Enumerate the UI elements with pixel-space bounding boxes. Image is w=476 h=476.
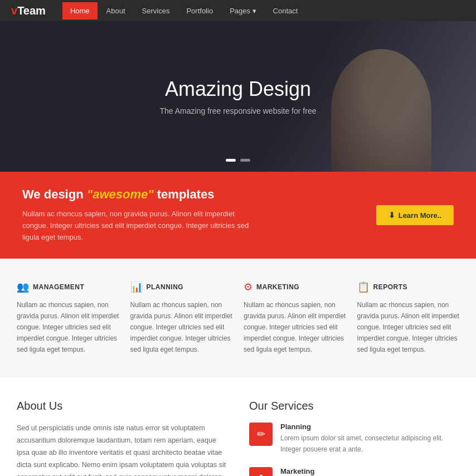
- marketing-icon: ⚙: [244, 281, 252, 293]
- feature-reports-header: 📋 Reports: [357, 281, 460, 293]
- planning-title: Planning: [147, 283, 184, 291]
- nav-item-services[interactable]: Services: [134, 2, 178, 20]
- nav-item-about[interactable]: About: [99, 2, 133, 20]
- about-title: About Us: [17, 400, 227, 412]
- red-band-headline: We design "awesome" templates: [22, 187, 360, 202]
- learn-more-label: Learn More..: [399, 211, 441, 220]
- headline-suffix: templates: [154, 187, 215, 201]
- hero-content: Amazing Design The Amazing free responsi…: [160, 77, 317, 115]
- services-section: Our Services ✏ Planning Lorem ipsum dolo…: [249, 400, 459, 476]
- marketing-service-icon: ⬇: [257, 473, 265, 476]
- feature-management: 👥 Management Nullam ac rhoncus sapien, n…: [17, 281, 119, 355]
- brand-name: Team: [17, 4, 46, 17]
- headline-prefix: We design: [22, 187, 87, 201]
- feature-management-header: 👥 Management: [17, 281, 119, 293]
- nav-item-home[interactable]: Home: [62, 2, 98, 20]
- planning-service-content: Planning Lorem ipsum dolor sit amet, con…: [280, 422, 459, 454]
- red-band-body: Nullam ac rhoncus saplen, non gravida pu…: [22, 208, 256, 243]
- headline-quoted: "awesome": [87, 187, 154, 201]
- nav-item-pages[interactable]: Pages ▾: [222, 2, 264, 20]
- marketing-title: Marketing: [256, 283, 299, 291]
- hero-section: Amazing Design The Amazing free responsi…: [0, 21, 476, 172]
- brand-logo: vTeam: [11, 4, 46, 17]
- brand-v: v: [11, 4, 17, 17]
- planning-service-icon-box: ✏: [249, 422, 273, 446]
- nav-link-contact[interactable]: Contact: [265, 2, 306, 20]
- marketing-service-content: Marketing Lorem ipsum dolor sit amet, co…: [280, 467, 459, 476]
- nav-link-pages[interactable]: Pages ▾: [222, 2, 264, 20]
- reports-body: Nullam ac rhoncus sapien, non gravida pu…: [357, 300, 460, 355]
- nav-link-about[interactable]: About: [99, 2, 133, 20]
- nav-link-services[interactable]: Services: [134, 2, 178, 20]
- planning-icon: 📊: [130, 281, 143, 293]
- about-section: About Us Sed ut perspiciatis unde omnis …: [17, 400, 227, 476]
- reports-icon: 📋: [357, 281, 370, 293]
- features-section: 👥 Management Nullam ac rhoncus sapien, n…: [0, 259, 476, 377]
- hero-dot-1[interactable]: [226, 159, 236, 162]
- reports-title: Reports: [373, 283, 408, 291]
- planning-body: Nullam ac rhoncus sapien, non gravida pu…: [130, 300, 233, 355]
- hero-dots: [226, 159, 250, 162]
- feature-planning-header: 📊 Planning: [130, 281, 233, 293]
- navbar: vTeam Home About Services Portfolio Page…: [0, 0, 476, 21]
- management-title: Management: [33, 283, 84, 291]
- nav-item-contact[interactable]: Contact: [265, 2, 306, 20]
- planning-service-icon: ✏: [257, 428, 265, 440]
- hero-face-image: [331, 49, 431, 172]
- management-icon: 👥: [17, 281, 29, 293]
- marketing-service-icon-box: ⬇: [249, 467, 273, 476]
- nav-link-portfolio[interactable]: Portfolio: [178, 2, 221, 20]
- about-body: Sed ut perspiciatis unde omnis iste natu…: [17, 422, 227, 476]
- hero-title: Amazing Design: [160, 77, 317, 101]
- hero-dot-2[interactable]: [240, 159, 250, 162]
- feature-reports: 📋 Reports Nullam ac rhoncus sapien, non …: [357, 281, 460, 355]
- marketing-service-name: Marketing: [280, 467, 459, 475]
- download-icon: ⬇: [388, 211, 395, 220]
- feature-planning: 📊 Planning Nullam ac rhoncus sapien, non…: [130, 281, 233, 355]
- planning-service-desc: Lorem ipsum dolor sit amet, consectetur …: [280, 433, 459, 454]
- service-planning: ✏ Planning Lorem ipsum dolor sit amet, c…: [249, 422, 459, 454]
- learn-more-button[interactable]: ⬇ Learn More..: [376, 205, 454, 225]
- management-body: Nullam ac rhoncus sapien, non gravida pu…: [17, 300, 119, 355]
- about-services-section: About Us Sed ut perspiciatis unde omnis …: [0, 377, 476, 476]
- hero-subtitle: The Amazing free responsive website for …: [160, 106, 317, 115]
- planning-service-name: Planning: [280, 422, 459, 431]
- services-title: Our Services: [249, 400, 459, 412]
- nav-link-home[interactable]: Home: [62, 2, 98, 20]
- nav-item-portfolio[interactable]: Portfolio: [178, 2, 221, 20]
- service-marketing: ⬇ Marketing Lorem ipsum dolor sit amet, …: [249, 467, 459, 476]
- feature-marketing-header: ⚙ Marketing: [244, 281, 346, 293]
- red-band-text: We design "awesome" templates Nullam ac …: [22, 187, 360, 243]
- red-band-section: We design "awesome" templates Nullam ac …: [0, 172, 476, 259]
- feature-marketing: ⚙ Marketing Nullam ac rhoncus sapien, no…: [244, 281, 346, 355]
- nav-links: Home About Services Portfolio Pages ▾ Co…: [62, 2, 306, 20]
- marketing-body: Nullam ac rhoncus sapien, non gravida pu…: [244, 300, 346, 355]
